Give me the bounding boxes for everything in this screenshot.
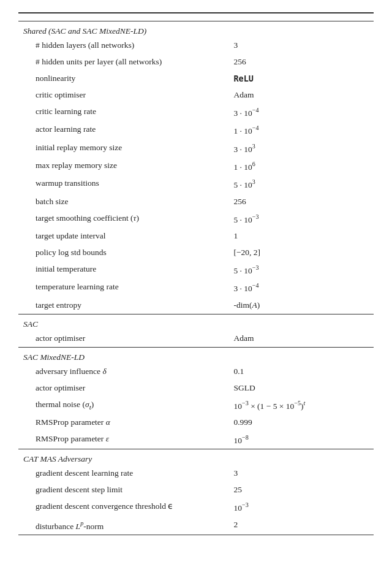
param-label: batch size <box>18 194 228 210</box>
param-label: gradient descent learning rate <box>18 465 228 482</box>
param-label: gradient descent convergence threshold ϵ <box>18 498 228 516</box>
param-value: 3 · 10−4 <box>228 104 374 121</box>
param-label: thermal noise (σt) <box>18 397 228 414</box>
table-row: RMSProp parameter α0.999 <box>18 414 374 431</box>
table-row: policy log std bounds[−20, 2] <box>18 245 374 261</box>
table-row: initial temperature5 · 10−3 <box>18 261 374 279</box>
param-value: 3 · 10−4 <box>228 279 374 297</box>
section-label-1: SAC <box>18 314 374 330</box>
table-row: actor optimiserSGLD <box>18 380 374 397</box>
table-row: gradient descent step limit25 <box>18 482 374 498</box>
section-label-3: CAT MAS Adversary <box>18 449 374 465</box>
param-label: temperature learning rate <box>18 279 228 297</box>
param-value: Adam <box>228 330 374 347</box>
table-row: thermal noise (σt)10−3 × (1 − 5 × 10−5)t <box>18 397 374 414</box>
param-label: nonlinearity <box>18 70 228 87</box>
param-value: 1 · 10−4 <box>228 121 374 139</box>
table-row: target update interval1 <box>18 228 374 245</box>
param-value: Adam <box>228 87 374 104</box>
param-value: ReLU <box>228 70 374 87</box>
param-label: max replay memory size <box>18 158 228 175</box>
table-row: batch size256 <box>18 194 374 210</box>
section-header-3: CAT MAS Adversary <box>18 449 374 465</box>
section-header-2: SAC MixedNE-LD <box>18 348 374 364</box>
table-row: critic learning rate3 · 10−4 <box>18 104 374 121</box>
param-value: 10−3 × (1 − 5 × 10−5)t <box>228 397 374 414</box>
param-label: RMSProp parameter ε <box>18 431 228 449</box>
param-value: 3 <box>228 465 374 482</box>
param-label: gradient descent step limit <box>18 482 228 498</box>
param-value: 3 <box>228 37 374 54</box>
param-label: critic learning rate <box>18 104 228 121</box>
param-value: 3 · 103 <box>228 140 374 158</box>
table-row: warmup transitions5 · 103 <box>18 175 374 193</box>
param-value: 1 <box>228 228 374 245</box>
param-value: 5 · 103 <box>228 175 374 193</box>
param-label: RMSProp parameter α <box>18 414 228 431</box>
table-row: gradient descent learning rate3 <box>18 465 374 482</box>
col-header-hyperparameter <box>18 13 228 21</box>
param-label: target update interval <box>18 228 228 245</box>
param-label: adversary influence δ <box>18 364 228 380</box>
param-value: 10−3 <box>228 498 374 516</box>
section-label-0: Shared (SAC and SAC MixedNE-LD) <box>18 21 374 38</box>
param-label: actor learning rate <box>18 121 228 139</box>
param-value: -dim(A) <box>228 297 374 314</box>
param-value: 0.999 <box>228 414 374 431</box>
param-value: 0.1 <box>228 364 374 380</box>
section-header-0: Shared (SAC and SAC MixedNE-LD) <box>18 21 374 38</box>
param-label: actor optimiser <box>18 380 228 397</box>
param-value: 256 <box>228 54 374 70</box>
param-label: policy log std bounds <box>18 245 228 261</box>
table-row: actor optimiserAdam <box>18 330 374 347</box>
table-row: nonlinearityReLU <box>18 70 374 87</box>
param-label: initial replay memory size <box>18 140 228 158</box>
param-label: actor optimiser <box>18 330 228 347</box>
param-value: 2 <box>228 517 374 535</box>
table-row: target smoothing coefficient (τ)5 · 10−3 <box>18 210 374 228</box>
param-label: # hidden layers (all networks) <box>18 37 228 54</box>
param-value: 1 · 106 <box>228 158 374 175</box>
param-value: 25 <box>228 482 374 498</box>
table-row: temperature learning rate3 · 10−4 <box>18 279 374 297</box>
table-row: actor learning rate1 · 10−4 <box>18 121 374 139</box>
section-header-1: SAC <box>18 314 374 330</box>
param-label: critic optimiser <box>18 87 228 104</box>
table-row: disturbance Lp-norm2 <box>18 517 374 535</box>
param-value: 5 · 10−3 <box>228 210 374 228</box>
table-row: # hidden layers (all networks)3 <box>18 37 374 54</box>
param-label: target entropy <box>18 297 228 314</box>
section-divider-3 <box>18 535 374 535</box>
col-header-value <box>228 13 374 21</box>
table-row: critic optimiserAdam <box>18 87 374 104</box>
param-label: # hidden units per layer (all networks) <box>18 54 228 70</box>
param-label: warmup transitions <box>18 175 228 193</box>
param-value: 5 · 10−3 <box>228 261 374 279</box>
table-row: # hidden units per layer (all networks)2… <box>18 54 374 70</box>
param-label: target smoothing coefficient (τ) <box>18 210 228 228</box>
param-value: 10−8 <box>228 431 374 449</box>
param-label: disturbance Lp-norm <box>18 517 228 535</box>
table-row: target entropy-dim(A) <box>18 297 374 314</box>
param-value: SGLD <box>228 380 374 397</box>
param-label: initial temperature <box>18 261 228 279</box>
table-row: RMSProp parameter ε10−8 <box>18 431 374 449</box>
param-value: 256 <box>228 194 374 210</box>
table-row: max replay memory size1 · 106 <box>18 158 374 175</box>
section-label-2: SAC MixedNE-LD <box>18 348 374 364</box>
table-row: adversary influence δ0.1 <box>18 364 374 380</box>
table-row: initial replay memory size3 · 103 <box>18 140 374 158</box>
table-row: gradient descent convergence threshold ϵ… <box>18 498 374 516</box>
param-value: [−20, 2] <box>228 245 374 261</box>
